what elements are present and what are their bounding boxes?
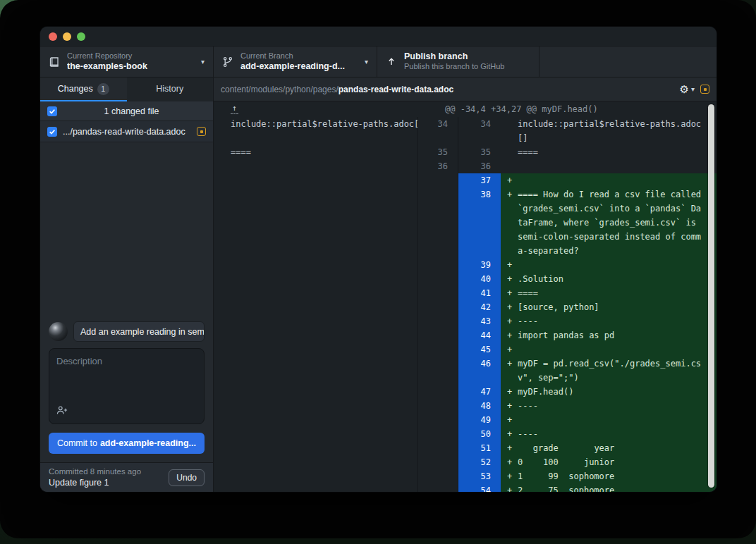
old-line-content	[214, 286, 418, 300]
tab-changes-label: Changes	[58, 84, 93, 94]
old-line-content	[214, 357, 418, 385]
new-line-number: 39	[458, 258, 501, 272]
last-commit-message: Update figure 1	[49, 477, 163, 488]
file-path-prefix: content/modules/python/pages/	[221, 85, 339, 94]
old-line-number	[418, 399, 458, 413]
new-line-content: +myDF = pd.read_csv("./grades_semi.csv",…	[501, 357, 717, 385]
new-line-number: 53	[458, 469, 501, 483]
old-line-number: 36	[418, 159, 458, 173]
old-line-content: include::partial$relative-paths.adoc[]	[214, 117, 418, 145]
old-line-number	[418, 258, 458, 272]
old-line-content	[214, 328, 418, 342]
new-line-number: 36	[458, 159, 501, 173]
expand-hunk-button[interactable]: ↑	[214, 104, 418, 113]
new-line-number: 45	[458, 342, 501, 357]
old-line-number	[418, 286, 458, 300]
old-line-content	[214, 455, 418, 469]
new-line-content	[501, 159, 717, 173]
commit-button[interactable]: Commit to add-example-reading...	[49, 433, 205, 454]
repository-label: Current Repository	[67, 51, 194, 61]
new-line-content: +====	[501, 286, 717, 300]
select-all-checkbox[interactable]	[47, 106, 57, 116]
diff-row-added: 46+myDF = pd.read_csv("./grades_semi.csv…	[214, 357, 717, 385]
publish-branch-button[interactable]: Publish branch Publish this branch to Gi…	[377, 47, 539, 77]
changes-count-badge: 1	[97, 83, 109, 95]
old-line-number	[418, 314, 458, 328]
new-line-number: 43	[458, 314, 501, 328]
content-area: Changes 1 History 1 changed file .../pan…	[40, 78, 717, 492]
new-line-content: +0 100 junior	[501, 455, 717, 469]
github-desktop-window: Current Repository the-examples-book ▾ C…	[40, 27, 717, 492]
publish-branch-subtitle: Publish this branch to GitHub	[404, 62, 530, 72]
description-placeholder: Description	[56, 356, 102, 366]
new-line-content: ====	[501, 145, 717, 159]
branch-name: add-example-reading-d...	[240, 61, 358, 73]
upload-arrow-icon	[386, 56, 397, 68]
file-list-empty-area	[40, 142, 213, 314]
diff-row-added: 43+----	[214, 314, 717, 328]
repository-name: the-examples-book	[67, 61, 194, 73]
commit-button-prefix: Commit to	[57, 438, 97, 448]
old-line-number: 34	[418, 117, 458, 145]
added-line-plus-sign: +	[507, 300, 512, 314]
old-line-number	[418, 427, 458, 441]
new-line-number: 34	[458, 117, 501, 145]
diff-row-added: 42+[source, python]	[214, 300, 717, 314]
vertical-scrollbar[interactable]	[708, 104, 714, 488]
old-line-content	[214, 187, 418, 258]
diff-rows: include::partial$relative-paths.adoc[]34…	[214, 117, 717, 492]
add-coauthor-icon[interactable]	[56, 405, 68, 418]
new-line-number: 46	[458, 357, 501, 385]
undo-button[interactable]: Undo	[169, 469, 205, 486]
old-line-number	[418, 385, 458, 399]
new-line-content: +1 99 sophomore	[501, 469, 717, 483]
new-line-content: +import pandas as pd	[501, 328, 717, 342]
diff-file-header: content/modules/python/pages/pandas-read…	[214, 78, 717, 101]
added-line-plus-sign: +	[507, 314, 512, 328]
old-line-number	[418, 455, 458, 469]
old-line-content	[214, 258, 418, 272]
old-line-number	[418, 342, 458, 357]
diff-row-added: 54+2 75 sophomore	[214, 483, 717, 492]
gear-icon: ⚙	[680, 84, 689, 94]
current-repository-dropdown[interactable]: Current Repository the-examples-book ▾	[40, 47, 214, 77]
new-line-number: 49	[458, 413, 501, 427]
commit-button-branch: add-example-reading...	[100, 438, 196, 448]
close-window-button[interactable]	[49, 32, 57, 41]
tab-changes[interactable]: Changes 1	[40, 78, 127, 101]
commit-summary-input[interactable]: Add an example reading in semi-c	[73, 321, 205, 342]
commit-description-input[interactable]: Description	[49, 348, 205, 424]
new-line-number: 47	[458, 385, 501, 399]
diff-pane: content/modules/python/pages/pandas-read…	[214, 78, 717, 492]
tab-history-label: History	[156, 84, 183, 94]
diff-row-added: 53+1 99 sophomore	[214, 469, 717, 483]
added-line-plus-sign: +	[507, 328, 512, 342]
sidebar-tabs: Changes 1 History	[40, 78, 213, 101]
new-line-number: 44	[458, 328, 501, 342]
diff-row-context: include::partial$relative-paths.adoc[]34…	[214, 117, 717, 145]
changed-file-row[interactable]: .../pandas-read-write-data.adoc	[40, 121, 213, 142]
diff-row-added: 52+0 100 junior	[214, 455, 717, 469]
tab-history[interactable]: History	[127, 78, 214, 101]
minimize-window-button[interactable]	[63, 32, 71, 41]
old-line-number	[418, 483, 458, 492]
maximize-window-button[interactable]	[77, 32, 85, 41]
window-titlebar	[40, 27, 717, 47]
old-line-content	[214, 469, 418, 483]
branch-label: Current Branch	[240, 51, 358, 61]
old-line-content	[214, 413, 418, 427]
diff-row-added: 51+ grade year	[214, 441, 717, 455]
file-path-name: pandas-read-write-data.adoc	[339, 85, 453, 94]
chevron-down-icon: ▾	[365, 58, 368, 66]
diff-body: ↑ @@ -34,4 +34,27 @@ myDF.head() include…	[214, 101, 717, 492]
chevron-down-icon: ▾	[691, 85, 695, 93]
file-checkbox[interactable]	[47, 127, 57, 137]
old-line-number	[418, 441, 458, 455]
current-branch-dropdown[interactable]: Current Branch add-example-reading-d... …	[214, 47, 377, 77]
diff-options-button[interactable]: ⚙ ▾	[680, 84, 695, 94]
modified-status-icon	[197, 127, 206, 136]
new-line-content: include::partial$relative-paths.adoc[]	[501, 117, 717, 145]
git-branch-icon	[222, 56, 233, 68]
sidebar: Changes 1 History 1 changed file .../pan…	[40, 78, 214, 492]
expand-up-icon: ↑	[231, 104, 238, 113]
